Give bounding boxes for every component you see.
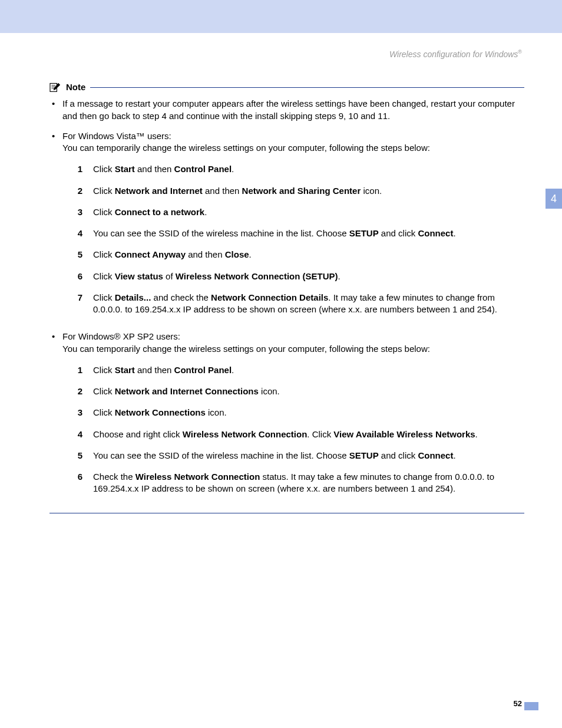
xp-step-4: 4 Choose and right click Wireless Networ…: [62, 429, 524, 440]
t: SETUP: [349, 228, 379, 238]
t: Connect Anyway: [115, 249, 186, 259]
xp-step-6: 6 Check the Wireless Network Connection …: [62, 471, 524, 495]
t: .: [453, 450, 455, 460]
header-text: Wireless configuration for Windows: [389, 50, 518, 59]
t: .: [249, 249, 252, 259]
bullet-dot: •: [52, 331, 58, 504]
t: and click: [379, 450, 418, 460]
bullet-vista: • For Windows Vista™ users: You can temp…: [52, 130, 524, 325]
t: Click: [93, 292, 115, 302]
bullet-text: For Windows Vista™ users: You can tempor…: [62, 130, 524, 325]
note-heading: Note: [49, 81, 524, 93]
note-pencil-icon: [49, 82, 61, 93]
t: Click: [93, 271, 115, 281]
t: Start: [115, 365, 135, 375]
t: and click: [379, 228, 418, 238]
step-number: 4: [62, 429, 82, 440]
step-body: You can see the SSID of the wireless mac…: [93, 450, 524, 462]
t: Control Panel: [174, 365, 232, 375]
t: You can see the SSID of the wireless mac…: [93, 450, 349, 460]
t: Wireless Network Connection: [183, 429, 308, 439]
t: and check the: [151, 292, 211, 302]
step-number: 6: [62, 471, 82, 495]
step-body: Click Connect Anyway and then Close.: [93, 249, 524, 261]
t: Connect: [418, 228, 453, 238]
t: Wireless Network Connection: [135, 472, 260, 482]
t: .: [204, 207, 207, 217]
step-body: Click Network and Internet and then Netw…: [93, 185, 524, 197]
t: Connect to a network: [115, 207, 205, 217]
vista-intro-2: You can temporarily change the wireless …: [62, 143, 430, 153]
t: .: [232, 365, 234, 375]
note-end-rule: [49, 513, 524, 513]
t: Network and Sharing Center: [242, 186, 361, 196]
step-number: 4: [62, 228, 82, 239]
vista-step-6: 6 Click View status of Wireless Network …: [62, 271, 524, 282]
t: View status: [115, 271, 163, 281]
t: icon.: [206, 407, 227, 417]
t: .: [453, 228, 455, 238]
xp-steps: 1 Click Start and then Control Panel. 2 …: [62, 364, 524, 495]
t: and then: [203, 186, 242, 196]
xp-step-1: 1 Click Start and then Control Panel.: [62, 364, 524, 376]
step-body: Click View status of Wireless Network Co…: [93, 271, 524, 282]
page-number: 52: [514, 699, 522, 709]
running-header: Wireless configuration for Windows®: [389, 48, 522, 60]
step-number: 1: [62, 163, 82, 175]
t: .: [338, 271, 340, 281]
t: Click: [93, 365, 115, 375]
t: Network Connections: [115, 407, 206, 417]
t: Click: [93, 186, 115, 196]
bullet-dot: •: [52, 130, 58, 325]
step-number: 3: [62, 407, 82, 419]
t: Click: [93, 249, 115, 259]
bullet-dot: •: [52, 98, 58, 122]
t: Start: [115, 164, 135, 174]
t: of: [163, 271, 176, 281]
step-number: 6: [62, 271, 82, 282]
vista-step-4: 4 You can see the SSID of the wireless m…: [62, 228, 524, 239]
chapter-tab: 4: [546, 189, 562, 209]
note-rule: [90, 87, 524, 88]
xp-step-3: 3 Click Network Connections icon.: [62, 407, 524, 419]
step-number: 2: [62, 386, 82, 397]
t: Click: [93, 207, 115, 217]
t: Control Panel: [174, 164, 232, 174]
t: icon.: [259, 386, 280, 396]
vista-step-3: 3 Click Connect to a network.: [62, 206, 524, 218]
t: Network and Internet Connections: [115, 386, 259, 396]
vista-step-2: 2 Click Network and Internet and then Ne…: [62, 185, 524, 197]
step-body: Click Network Connections icon.: [93, 407, 524, 419]
xp-intro-1: For Windows® XP SP2 users:: [62, 331, 180, 341]
step-number: 5: [62, 450, 82, 462]
step-body: You can see the SSID of the wireless mac…: [93, 228, 524, 239]
bullet-text: For Windows® XP SP2 users: You can tempo…: [62, 331, 524, 504]
t: icon.: [361, 186, 382, 196]
vista-step-1: 1 Click Start and then Control Panel.: [62, 163, 524, 175]
t: and then: [135, 365, 174, 375]
t: SETUP: [349, 450, 379, 460]
step-number: 2: [62, 185, 82, 197]
t: Click: [93, 386, 115, 396]
step-body: Check the Wireless Network Connection st…: [93, 471, 524, 495]
vista-step-5: 5 Click Connect Anyway and then Close.: [62, 249, 524, 261]
step-body: Click Details... and check the Network C…: [93, 292, 524, 316]
t: Network Connection Details: [211, 292, 328, 302]
t: Wireless Network Connection (SETUP): [176, 271, 338, 281]
t: Click: [93, 164, 115, 174]
t: .: [475, 429, 478, 439]
vista-intro-1: For Windows Vista™ users:: [62, 131, 171, 141]
t: You can see the SSID of the wireless mac…: [93, 228, 349, 238]
t: Connect: [418, 450, 453, 460]
step-number: 5: [62, 249, 82, 261]
t: . Click: [307, 429, 333, 439]
t: .: [232, 164, 234, 174]
t: Close: [225, 249, 249, 259]
top-band: [0, 0, 562, 33]
vista-step-7: 7 Click Details... and check the Network…: [62, 292, 524, 316]
t: and then: [135, 164, 174, 174]
bullet-restart: • If a message to restart your computer …: [52, 98, 524, 122]
step-body: Click Start and then Control Panel.: [93, 364, 524, 376]
note-label: Note: [66, 81, 85, 93]
t: Details...: [115, 292, 151, 302]
